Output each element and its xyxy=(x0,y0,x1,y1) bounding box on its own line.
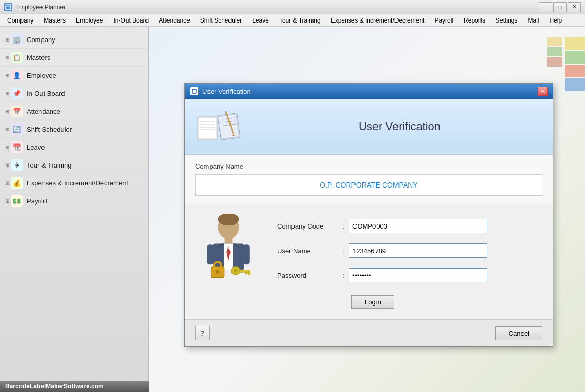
sidebar-label-in-out: In-Out Board xyxy=(27,90,65,97)
login-button[interactable]: Login xyxy=(351,295,394,309)
menu-settings[interactable]: Settings xyxy=(490,16,523,25)
sidebar: ⊞ 🏢 Company ⊞ 📋 Masters ⊞ 👤 Employee ⊞ 📌… xyxy=(0,27,149,392)
window-controls: — □ ✕ xyxy=(539,2,581,12)
user-name-input[interactable] xyxy=(349,243,487,258)
svg-point-29 xyxy=(218,214,239,225)
sidebar-label-expenses: Expenses & Increment/Decrement xyxy=(27,179,128,187)
menu-in-out-board[interactable]: In-Out Board xyxy=(108,16,154,25)
svg-rect-14 xyxy=(192,89,196,93)
shift-icon: 🔄 xyxy=(11,123,23,135)
minimize-button[interactable]: — xyxy=(539,2,552,12)
company-section: Company Name O.P. CORPORATE COMPANY xyxy=(185,155,553,203)
expand-icon: ⊞ xyxy=(5,127,9,132)
cancel-button[interactable]: Cancel xyxy=(495,326,542,340)
leave-icon: 📆 xyxy=(11,141,23,153)
form-section: Company Code : User Name : Password : xyxy=(185,203,553,319)
company-code-label: Company Code xyxy=(277,222,339,230)
app-icon xyxy=(4,3,12,11)
password-colon: : xyxy=(339,272,349,279)
svg-point-40 xyxy=(216,270,219,274)
close-button[interactable]: ✕ xyxy=(568,2,581,12)
menu-leave[interactable]: Leave xyxy=(247,16,274,25)
sidebar-label-company: Company xyxy=(27,36,55,44)
menu-company[interactable]: Company xyxy=(2,16,38,25)
expand-icon: ⊞ xyxy=(5,180,9,186)
employee-icon: 👤 xyxy=(11,70,23,81)
sidebar-label-employee: Employee xyxy=(27,72,56,79)
svg-rect-30 xyxy=(225,237,233,244)
menu-help[interactable]: Help xyxy=(545,16,568,25)
svg-point-45 xyxy=(234,269,237,273)
password-label: Password xyxy=(277,272,339,279)
password-input[interactable] xyxy=(349,268,487,282)
menu-bar: Company Masters Employee In-Out Board At… xyxy=(0,14,585,27)
sidebar-item-attendance[interactable]: ⊞ 📅 Attendance xyxy=(0,102,148,120)
expand-icon: ⊞ xyxy=(5,37,9,43)
svg-rect-16 xyxy=(199,118,216,138)
payroll-icon: 💵 xyxy=(11,195,23,207)
sidebar-label-tour: Tour & Training xyxy=(27,161,71,169)
dialog-close-button[interactable]: ✕ xyxy=(537,87,548,96)
menu-mail[interactable]: Mail xyxy=(523,16,544,25)
company-name-value: O.P. CORPORATE COMPANY xyxy=(320,181,417,189)
password-row: Password : xyxy=(277,268,542,282)
masters-icon: 📋 xyxy=(11,52,23,63)
company-code-input[interactable] xyxy=(349,219,487,233)
svg-point-38 xyxy=(227,247,229,249)
menu-payroll[interactable]: Payroll xyxy=(429,16,458,25)
sidebar-item-in-out-board[interactable]: ⊞ 📌 In-Out Board xyxy=(0,85,148,102)
branding-text: BarcodeLabelMakerSoftware.com xyxy=(5,383,104,390)
avatar-section xyxy=(195,214,262,280)
dialog-header-title-container: User Verification xyxy=(257,120,542,133)
sidebar-label-payroll: Payroll xyxy=(27,197,47,205)
title-bar: Employee Planner — □ ✕ xyxy=(0,0,585,14)
sidebar-item-payroll[interactable]: ⊞ 💵 Payroll xyxy=(0,192,148,210)
dialog-icon xyxy=(190,87,198,95)
sidebar-item-leave[interactable]: ⊞ 📆 Leave xyxy=(0,138,148,156)
sidebar-item-shift-scheduler[interactable]: ⊞ 🔄 Shift Scheduler xyxy=(0,120,148,138)
dialog-header-title: User Verification xyxy=(359,120,441,133)
app-title: Employee Planner xyxy=(15,4,539,11)
expenses-icon: 💰 xyxy=(11,177,23,189)
expand-icon: ⊞ xyxy=(5,109,9,114)
sidebar-item-expenses[interactable]: ⊞ 💰 Expenses & Increment/Decrement xyxy=(0,174,148,192)
help-button[interactable]: ? xyxy=(195,326,210,340)
company-code-row: Company Code : xyxy=(277,219,542,233)
sidebar-label-attendance: Attendance xyxy=(27,108,60,115)
sidebar-item-employee[interactable]: ⊞ 👤 Employee xyxy=(0,67,148,85)
svg-rect-0 xyxy=(6,5,11,10)
menu-employee[interactable]: Employee xyxy=(71,16,108,25)
expand-icon: ⊞ xyxy=(5,55,9,60)
attendance-icon: 📅 xyxy=(11,106,23,117)
deco-top-right xyxy=(565,37,585,91)
sidebar-label-shift: Shift Scheduler xyxy=(27,126,72,133)
tour-icon: ✈ xyxy=(11,159,23,171)
svg-rect-44 xyxy=(245,272,247,274)
sidebar-item-tour-training[interactable]: ⊞ ✈ Tour & Training xyxy=(0,156,148,174)
sidebar-item-masters[interactable]: ⊞ 📋 Masters xyxy=(0,49,148,67)
maximize-button[interactable]: □ xyxy=(553,2,567,12)
dialog-title-text: User Verification xyxy=(202,88,251,95)
expand-icon: ⊞ xyxy=(5,91,9,96)
menu-reports[interactable]: Reports xyxy=(458,16,490,25)
menu-attendance[interactable]: Attendance xyxy=(154,16,195,25)
svg-rect-34 xyxy=(207,244,214,264)
company-name-label: Company Name xyxy=(195,162,542,170)
deco-top-right2 xyxy=(547,37,562,67)
sidebar-label-leave: Leave xyxy=(27,143,45,151)
user-name-row: User Name : xyxy=(277,243,542,258)
dialog-header: User Verification xyxy=(185,99,553,155)
sidebar-item-company[interactable]: ⊞ 🏢 Company xyxy=(0,31,148,49)
form-fields: Company Code : User Name : Password : xyxy=(277,214,542,309)
user-verification-dialog: User Verification ✕ xyxy=(184,83,553,347)
company-code-colon: : xyxy=(339,222,349,230)
svg-rect-43 xyxy=(248,272,250,275)
menu-shift-scheduler[interactable]: Shift Scheduler xyxy=(195,16,247,25)
menu-expenses[interactable]: Expenses & Increment/Decrement xyxy=(326,16,430,25)
menu-tour-training[interactable]: Tour & Training xyxy=(274,16,326,25)
sidebar-label-masters: Masters xyxy=(27,54,50,61)
expand-icon: ⊞ xyxy=(5,73,9,78)
header-illustration xyxy=(195,109,241,144)
dialog-title-bar: User Verification ✕ xyxy=(185,84,553,99)
menu-masters[interactable]: Masters xyxy=(38,16,71,25)
